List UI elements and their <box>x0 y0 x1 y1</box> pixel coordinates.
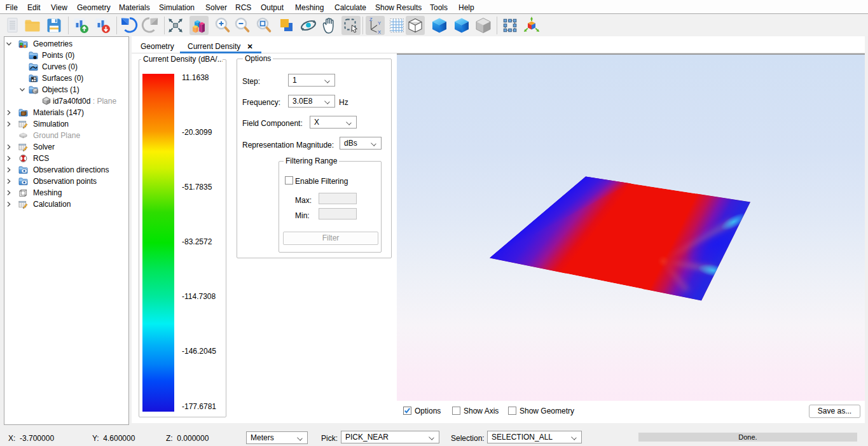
svg-text:Z: Z <box>369 17 373 22</box>
svg-text:X: X <box>378 29 381 35</box>
svg-text:Y: Y <box>378 20 381 26</box>
